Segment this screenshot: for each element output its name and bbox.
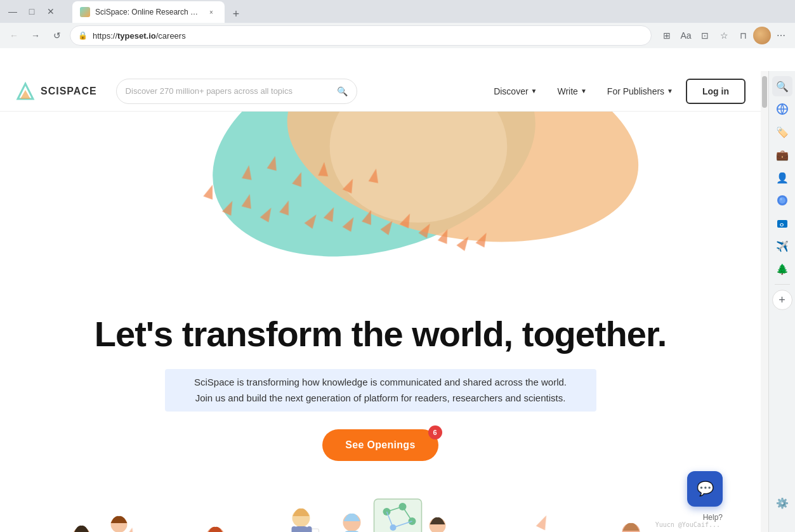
tab-close-button[interactable]: × [206, 6, 217, 18]
translate-icon [776, 103, 789, 115]
hero-illustration-svg [0, 112, 761, 295]
address-bar-row: ← → ↺ 🔒 https://typeset.io/careers ⊞ Aa … [0, 23, 795, 48]
ext-send-button[interactable]: ✈️ [772, 236, 792, 256]
site-logo[interactable]: SCISPACE [15, 81, 97, 101]
window-controls: — □ ✕ [5, 4, 58, 19]
close-button[interactable]: ✕ [43, 4, 58, 19]
chat-icon: 💬 [697, 481, 714, 497]
minimize-button[interactable]: — [5, 4, 20, 19]
ext-settings-wrapper: ⚙️ [772, 493, 792, 513]
svg-rect-71 [374, 499, 422, 532]
ext-add-button[interactable]: + [772, 290, 792, 310]
url-text: https://typeset.io/careers [93, 31, 186, 41]
profile-avatar[interactable] [753, 27, 771, 44]
tab-title: SciSpace: Online Research Writin... [95, 8, 200, 16]
active-tab[interactable]: SciSpace: Online Research Writin... × [72, 1, 225, 23]
sphere-icon [776, 194, 789, 207]
site-name: SCISPACE [41, 86, 97, 97]
search-icon[interactable]: 🔍 [337, 86, 348, 96]
scrollbar-thumb [762, 76, 767, 108]
tab-favicon [80, 7, 90, 17]
svg-marker-104 [534, 515, 550, 531]
svg-rect-61 [292, 526, 297, 532]
outlook-icon: O [776, 217, 789, 230]
discover-nav-link[interactable]: Discover ▼ [486, 81, 544, 101]
hero-subtitle: SciSpace is transforming how knowledge i… [165, 369, 596, 412]
watermark: Yuucn @YouCaif... [650, 519, 725, 531]
read-aloud-button[interactable]: ⊞ [658, 27, 676, 44]
hero-text-section: Let's transform the world, together. Sci… [0, 295, 761, 486]
hero-title: Let's transform the world, together. [38, 315, 723, 354]
login-button[interactable]: Log in [686, 79, 746, 104]
site-nav-links: Discover ▼ Write ▼ For Publishers ▼ Log … [486, 79, 746, 104]
forward-button[interactable]: → [27, 27, 44, 44]
ext-translate-button[interactable] [772, 99, 792, 119]
tab-bar: SciSpace: Online Research Writin... × + [66, 0, 245, 23]
chat-button[interactable]: 💬 [687, 471, 723, 507]
openings-badge: 6 [428, 425, 442, 439]
browser-toolbar: ⊞ Aa ⊡ ☆ ⊓ ⋯ [658, 27, 790, 44]
see-openings-wrapper: See Openings 6 [38, 429, 723, 461]
search-placeholder: Discover 270 million+ papers across all … [126, 86, 332, 96]
ext-outlook-button[interactable]: O [772, 213, 792, 233]
ext-tree-button[interactable]: 🌲 [772, 259, 792, 279]
address-bar[interactable]: 🔒 https://typeset.io/careers [70, 25, 652, 46]
ext-briefcase-button[interactable]: 💼 [772, 145, 792, 165]
for-publishers-nav-link[interactable]: For Publishers ▼ [600, 81, 681, 101]
ext-search-button[interactable]: 🔍 [772, 76, 792, 96]
site-search[interactable]: Discover 270 million+ papers across all … [116, 79, 357, 104]
svg-text:O: O [780, 222, 784, 228]
people-svg [0, 486, 761, 532]
ext-divider [775, 284, 790, 285]
favorites-button[interactable]: ☆ [715, 27, 733, 44]
collections-button[interactable]: ⊓ [734, 27, 752, 44]
svg-point-109 [779, 197, 785, 204]
publishers-dropdown-arrow: ▼ [667, 88, 673, 94]
lock-icon: 🔒 [78, 31, 88, 40]
people-illustration [0, 486, 761, 532]
refresh-button[interactable]: ↺ [48, 27, 66, 44]
ext-tag-button[interactable]: 🏷️ [772, 122, 792, 142]
browser-scrollbar[interactable] [761, 71, 768, 532]
back-button[interactable]: ← [5, 27, 23, 44]
ext-settings-button[interactable]: ⚙️ [772, 493, 792, 513]
new-tab-button[interactable]: + [227, 5, 245, 23]
discover-dropdown-arrow: ▼ [531, 88, 537, 94]
ext-sphere-button[interactable] [772, 190, 792, 211]
scispace-logo-icon [15, 81, 36, 101]
immersive-reader-button[interactable]: ⊡ [696, 27, 714, 44]
extensions-menu[interactable]: ⋯ [772, 27, 790, 44]
title-bar: — □ ✕ SciSpace: Online Research Writin..… [0, 0, 795, 23]
hero-illustration-top [0, 112, 761, 295]
website-content: SCISPACE Discover 270 million+ papers ac… [0, 71, 761, 532]
sidebar-extensions: 🔍 🏷️ 💼 👤 O ✈️ 🌲 + ⚙️ [768, 71, 795, 532]
svg-point-110 [780, 198, 782, 200]
see-openings-button[interactable]: See Openings 6 [322, 429, 438, 461]
write-nav-link[interactable]: Write ▼ [550, 81, 595, 101]
translate-button[interactable]: Aa [677, 27, 695, 44]
maximize-button[interactable]: □ [24, 4, 39, 19]
site-navbar: SCISPACE Discover 270 million+ papers ac… [0, 71, 761, 112]
svg-rect-62 [307, 526, 312, 532]
write-dropdown-arrow: ▼ [581, 88, 587, 94]
ext-user-button[interactable]: 👤 [772, 167, 792, 188]
